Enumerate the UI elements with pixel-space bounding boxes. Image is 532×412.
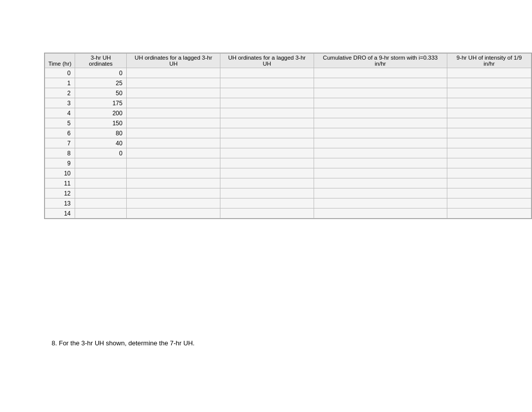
cell-4-0: 4 <box>45 108 75 118</box>
cell-11-3 <box>220 178 314 188</box>
cell-7-0: 7 <box>45 138 75 148</box>
table-row: 5150 <box>45 118 531 128</box>
cell-2-5 <box>447 88 531 98</box>
table-row: 13 <box>45 198 531 209</box>
cell-9-2 <box>127 158 220 168</box>
cell-8-5 <box>447 148 531 158</box>
cell-4-5 <box>447 108 531 118</box>
cell-10-0: 10 <box>45 168 75 178</box>
table-row: 4200 <box>45 108 531 118</box>
cell-3-3 <box>220 98 314 108</box>
cell-13-1 <box>75 198 127 209</box>
cell-8-3 <box>220 148 314 158</box>
cell-12-2 <box>127 188 220 198</box>
table-row: 9 <box>45 158 531 168</box>
col-header-time: Time (hr) <box>45 54 75 68</box>
cell-13-5 <box>447 198 531 209</box>
cell-2-1: 50 <box>75 88 127 98</box>
table-row: 3175 <box>45 98 531 108</box>
table-row: 12 <box>45 188 531 198</box>
cell-13-4 <box>314 198 447 209</box>
table-row: 11 <box>45 178 531 188</box>
cell-5-4 <box>314 118 447 128</box>
cell-9-3 <box>220 158 314 168</box>
cell-6-4 <box>314 128 447 138</box>
cell-5-0: 5 <box>45 118 75 128</box>
col-header-9hr-uh: 9-hr UH of intensity of 1/9 in/hr <box>447 54 531 68</box>
cell-7-4 <box>314 138 447 148</box>
cell-2-0: 2 <box>45 88 75 98</box>
cell-14-5 <box>447 209 531 219</box>
cell-2-2 <box>127 88 220 98</box>
table-row: 125 <box>45 78 531 88</box>
cell-8-2 <box>127 148 220 158</box>
table-row: 740 <box>45 138 531 148</box>
cell-4-4 <box>314 108 447 118</box>
col-header-3hr-uh: 3-hr UH ordinates <box>75 54 127 68</box>
data-table: Time (hr) 3-hr UH ordinates UH ordinates… <box>45 53 531 219</box>
cell-6-0: 6 <box>45 128 75 138</box>
cell-8-0: 8 <box>45 148 75 158</box>
cell-13-2 <box>127 198 220 209</box>
footer-text: 8. For the 3-hr UH shown, determine the … <box>52 338 194 348</box>
table-row: 10 <box>45 168 531 178</box>
cell-4-2 <box>127 108 220 118</box>
table-row: 250 <box>45 88 531 98</box>
cell-12-4 <box>314 188 447 198</box>
cell-10-4 <box>314 168 447 178</box>
cell-11-0: 11 <box>45 178 75 188</box>
cell-8-4 <box>314 148 447 158</box>
cell-3-0: 3 <box>45 98 75 108</box>
cell-14-4 <box>314 209 447 219</box>
cell-1-4 <box>314 78 447 88</box>
cell-0-1: 0 <box>75 68 127 78</box>
cell-6-2 <box>127 128 220 138</box>
cell-14-1 <box>75 209 127 219</box>
table-row: 80 <box>45 148 531 158</box>
cell-0-4 <box>314 68 447 78</box>
cell-8-1: 0 <box>75 148 127 158</box>
cell-7-5 <box>447 138 531 148</box>
cell-1-1: 25 <box>75 78 127 88</box>
cell-10-3 <box>220 168 314 178</box>
cell-6-5 <box>447 128 531 138</box>
cell-3-5 <box>447 98 531 108</box>
cell-11-1 <box>75 178 127 188</box>
cell-11-4 <box>314 178 447 188</box>
cell-5-2 <box>127 118 220 128</box>
cell-9-1 <box>75 158 127 168</box>
cell-6-1: 80 <box>75 128 127 138</box>
cell-12-5 <box>447 188 531 198</box>
cell-3-1: 175 <box>75 98 127 108</box>
table-row: 14 <box>45 209 531 219</box>
cell-13-0: 13 <box>45 198 75 209</box>
cell-14-3 <box>220 209 314 219</box>
cell-12-3 <box>220 188 314 198</box>
cell-5-5 <box>447 118 531 128</box>
cell-1-0: 1 <box>45 78 75 88</box>
cell-9-0: 9 <box>45 158 75 168</box>
cell-5-1: 150 <box>75 118 127 128</box>
cell-2-3 <box>220 88 314 98</box>
table-row: 680 <box>45 128 531 138</box>
page-container: Time (hr) 3-hr UH ordinates UH ordinates… <box>0 0 532 412</box>
cell-7-2 <box>127 138 220 148</box>
cell-10-2 <box>127 168 220 178</box>
cell-6-3 <box>220 128 314 138</box>
cell-0-2 <box>127 68 220 78</box>
cell-11-2 <box>127 178 220 188</box>
cell-0-5 <box>447 68 531 78</box>
cell-1-3 <box>220 78 314 88</box>
col-header-cumulative-dro: Cumulative DRO of a 9-hr storm with i=0.… <box>314 54 447 68</box>
cell-3-4 <box>314 98 447 108</box>
cell-0-3 <box>220 68 314 78</box>
cell-3-2 <box>127 98 220 108</box>
cell-9-5 <box>447 158 531 168</box>
cell-14-0: 14 <box>45 209 75 219</box>
table-row: 00 <box>45 68 531 78</box>
col-header-lagged-3hr-uh: UH ordinates for a lagged 3-hr UH <box>127 54 220 68</box>
cell-7-3 <box>220 138 314 148</box>
cell-5-3 <box>220 118 314 128</box>
cell-2-4 <box>314 88 447 98</box>
cell-14-2 <box>127 209 220 219</box>
